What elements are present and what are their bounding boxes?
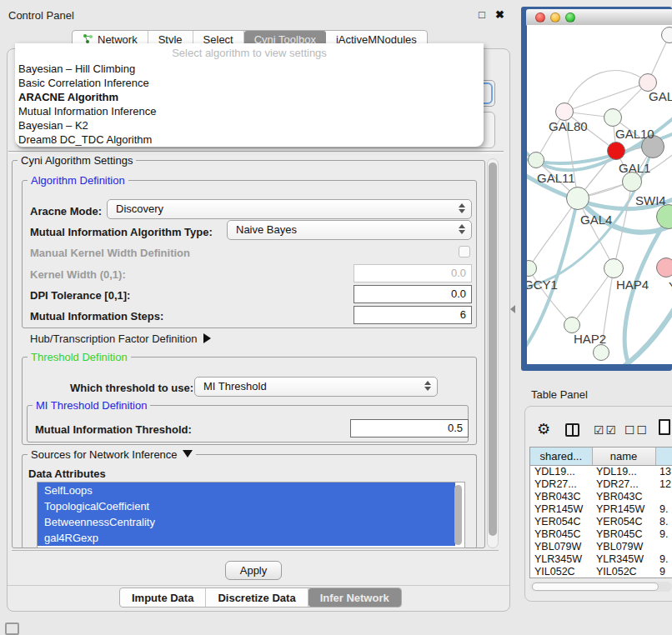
attribute-selfloops[interactable]: SelfLoops [38, 482, 455, 498]
table-row[interactable]: YDL19... YDL19... 13 [530, 465, 672, 478]
cell-shared-name[interactable]: YER054C [530, 515, 592, 528]
hub-definition-toggle[interactable]: Hub/Transcription Factor Definition [30, 332, 211, 345]
column-header-partial[interactable]: A [655, 448, 672, 465]
tab-discretize-data[interactable]: Discretize Data [206, 588, 308, 607]
table-row[interactable]: YBL079W YBL079W [530, 540, 672, 552]
cell-name[interactable]: YBR045C [592, 528, 655, 540]
attribute-betweennesscentrality[interactable]: BetweennessCentrality [38, 514, 455, 530]
network-edge[interactable] [564, 82, 648, 112]
cell-name[interactable]: YDL19... [592, 465, 655, 478]
tab-infer-network[interactable]: Infer Network [308, 588, 401, 607]
attributes-scrollbar-thumb[interactable] [454, 485, 462, 545]
cell-shared-name[interactable]: YBL079W [530, 540, 592, 552]
network-node-y[interactable] [656, 258, 672, 278]
sources-group-title[interactable]: Sources for Network Inference [28, 448, 196, 461]
cell-shared-name[interactable]: YDL19... [530, 465, 592, 478]
algorithm-option-dream8[interactable]: Dream8 DC_TDC Algorithm [18, 132, 152, 147]
cell-value[interactable] [655, 490, 672, 502]
float-panel-icon[interactable]: □ [479, 8, 485, 21]
table-horizontal-scrollbar-thumb[interactable] [532, 582, 659, 591]
close-panel-icon[interactable]: ✖ [495, 8, 504, 21]
cell-name[interactable]: YLR345W [592, 552, 655, 565]
stepper-arrows-icon [424, 381, 431, 391]
algorithm-option-bayesian-hill-climbing[interactable]: Bayesian – Hill Climbing [18, 62, 135, 76]
cell-value[interactable]: 9. [655, 528, 672, 540]
network-node[interactable] [593, 344, 609, 361]
mi-threshold-field[interactable]: 0.5 [350, 419, 469, 438]
network-edge[interactable] [564, 71, 648, 112]
cell-value[interactable]: 9 [655, 565, 672, 578]
separator [8, 151, 504, 153]
cell-value[interactable]: 12 [655, 478, 672, 490]
cell-shared-name[interactable]: YPR145W [530, 502, 592, 515]
table-row[interactable]: YLR345W YLR345W 9. [530, 552, 672, 565]
cell-value[interactable]: 13 [655, 465, 672, 478]
table-horizontal-scrollbar[interactable] [530, 582, 672, 592]
settings-scrollbar[interactable] [487, 158, 499, 548]
cell-value[interactable]: 8. [655, 515, 672, 528]
cell-shared-name[interactable]: YBR045C [530, 528, 592, 540]
table-row[interactable]: YER054C YER054C 8. [530, 515, 672, 528]
which-threshold-select[interactable]: MI Threshold [194, 377, 438, 397]
cell-value[interactable] [655, 540, 672, 552]
kernel-width-field[interactable]: 0.0 [354, 264, 472, 282]
gear-icon[interactable]: ⚙ [537, 420, 550, 438]
algorithm-option-bayesian-k2[interactable]: Bayesian – K2 [18, 118, 88, 132]
network-node-gal11[interactable] [528, 152, 544, 168]
tab-impute-data[interactable]: Impute Data [120, 588, 206, 607]
network-node-hap2[interactable] [564, 317, 580, 333]
collapse-down-icon [183, 450, 193, 458]
document-icon[interactable] [659, 419, 670, 435]
network-edge[interactable] [600, 302, 672, 364]
close-window-icon[interactable] [535, 12, 545, 22]
network-window-titlebar[interactable] [526, 9, 672, 26]
select-columns-unchecked-icon[interactable]: ☐☐ [624, 423, 649, 437]
cell-shared-name[interactable]: YBR043C [530, 490, 592, 502]
cell-name[interactable]: YIL052C [592, 565, 655, 578]
table-row[interactable]: YPR145W YPR145W 9. [530, 502, 672, 515]
table-row[interactable]: YIL052C YIL052C 9 [530, 565, 672, 578]
network-node-hap4[interactable] [604, 258, 624, 278]
settings-scrollbar-thumb[interactable] [489, 162, 497, 536]
apply-button[interactable]: Apply [225, 561, 282, 580]
network-edge[interactable] [572, 268, 614, 325]
algorithm-option-mutual-information[interactable]: Mutual Information Inference [18, 104, 156, 118]
cell-name[interactable]: YPR145W [592, 502, 655, 515]
cell-name[interactable]: YDR27... [592, 478, 655, 490]
network-node-gal4[interactable] [566, 187, 589, 210]
cell-name[interactable]: YBR043C [592, 490, 655, 502]
cell-shared-name[interactable]: YLR345W [530, 552, 592, 565]
column-header-shared-name[interactable]: shared... [530, 448, 592, 465]
algorithm-option-aracne[interactable]: ARACNE Algorithm [18, 90, 118, 104]
manual-kernel-width-checkbox[interactable] [459, 246, 470, 258]
cell-value[interactable]: 9. [655, 502, 672, 515]
cell-value[interactable]: 9. [655, 552, 672, 565]
network-node-gal10[interactable] [604, 108, 622, 127]
panel-collapse-arrow[interactable] [510, 305, 515, 313]
table-row[interactable]: YBR045C YBR045C 9. [530, 528, 672, 540]
cell-shared-name[interactable]: YDR27... [530, 478, 592, 490]
minimize-window-icon[interactable] [550, 12, 560, 22]
network-node[interactable] [661, 27, 672, 43]
select-columns-checked-icon[interactable]: ☑☑ [594, 423, 618, 437]
algorithm-option-basic-correlation[interactable]: Basic Correlation Inference [18, 76, 149, 90]
column-header-name[interactable]: name [592, 448, 655, 465]
network-canvas[interactable]: GALGAL80GAL10GAL1SWI4GAL11GAL4GCY1HAP4YH… [527, 25, 672, 364]
node-table[interactable]: shared... name A YDL19... YDL19... 13 YD… [529, 447, 672, 578]
zoom-window-icon[interactable] [565, 12, 575, 22]
cell-shared-name[interactable]: YIL052C [530, 565, 592, 578]
mi-steps-field[interactable]: 6 [354, 306, 472, 324]
attribute-topologicalcoefficient[interactable]: TopologicalCoefficient [38, 498, 455, 514]
aracne-mode-select[interactable]: Discovery [107, 199, 472, 219]
cell-name[interactable]: YER054C [592, 515, 655, 528]
table-row[interactable]: YDR27... YDR27... 12 [530, 478, 672, 490]
mi-algorithm-type-select[interactable]: Naive Bayes [227, 220, 472, 240]
network-node-gal80[interactable] [555, 102, 574, 121]
cell-name[interactable]: YBL079W [592, 540, 655, 552]
dpi-tolerance-field[interactable]: 0.0 [354, 285, 472, 303]
network-node-gal1[interactable] [607, 142, 625, 160]
split-pane-icon[interactable] [565, 423, 579, 437]
floating-panel-icon[interactable] [5, 622, 19, 635]
attribute-gal4rgexp[interactable]: gal4RGexp [38, 530, 455, 546]
table-row[interactable]: YBR043C YBR043C [530, 490, 672, 502]
